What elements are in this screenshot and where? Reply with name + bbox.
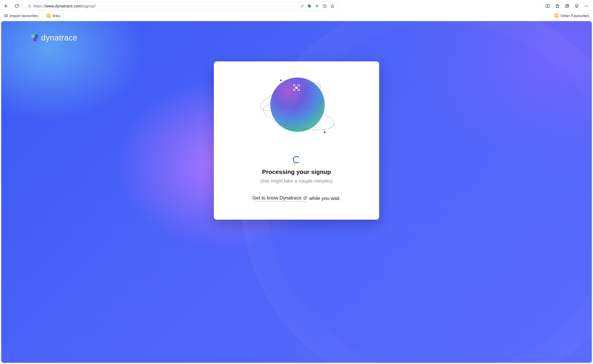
divider <box>542 3 542 9</box>
bookmark-folder-links[interactable]: links <box>45 13 61 19</box>
other-favourites-label: Other Favourites <box>560 14 589 18</box>
brand-name: dynatrace <box>41 33 77 42</box>
svg-marker-5 <box>331 4 334 8</box>
lock-icon <box>28 4 31 8</box>
url-text: https://www.dynatrace.com/signup/ <box>33 4 297 8</box>
svg-point-17 <box>295 87 296 87</box>
external-link-icon <box>303 196 307 200</box>
key-icon[interactable] <box>299 3 305 9</box>
folder-icon <box>47 14 51 18</box>
orbit-dot-icon <box>280 79 282 81</box>
svg-point-20 <box>295 88 296 89</box>
cta-suffix: while you wait. <box>309 195 341 201</box>
read-aloud-icon[interactable] <box>314 3 320 9</box>
split-screen-icon[interactable] <box>544 2 552 10</box>
divider <box>42 13 43 19</box>
back-button[interactable] <box>3 3 10 9</box>
svg-point-13 <box>585 6 586 6</box>
scan-focus-icon <box>293 84 300 92</box>
other-favourites-button[interactable]: Other Favourites <box>553 13 590 19</box>
illustration <box>258 76 335 148</box>
page-content: dynatrace Processing your signup ( <box>1 21 592 363</box>
browser-toolbar: https://www.dynatrace.com/signup/ <box>0 0 593 12</box>
svg-point-21 <box>297 88 298 89</box>
nav-buttons <box>3 3 20 9</box>
brand-mark-icon <box>31 34 38 41</box>
favorites-icon[interactable] <box>553 2 561 10</box>
more-menu-icon[interactable] <box>583 2 590 10</box>
refresh-button[interactable] <box>13 3 20 9</box>
signup-card: Processing your signup (this might take … <box>214 61 379 220</box>
cta-line: Get to know Dynatrace while you wait. <box>252 195 341 202</box>
loading-spinner-icon <box>293 156 300 163</box>
svg-point-18 <box>297 87 298 87</box>
reader-mode-icon[interactable] <box>322 3 327 9</box>
browser-chrome: https://www.dynatrace.com/signup/ <box>0 0 593 21</box>
address-bar[interactable]: https://www.dynatrace.com/signup/ <box>24 2 339 10</box>
svg-point-15 <box>587 6 588 6</box>
toolbar-right-icons <box>542 2 590 10</box>
import-favourites-button[interactable]: Import favourites <box>3 13 40 19</box>
brand-logo[interactable]: dynatrace <box>31 33 77 42</box>
shopping-tag-icon[interactable] <box>306 3 312 9</box>
get-to-know-link[interactable]: Get to know Dynatrace <box>252 195 307 202</box>
folder-icon <box>554 14 559 18</box>
svg-point-14 <box>586 6 587 6</box>
bookmark-folder-label: links <box>53 14 60 18</box>
favorite-star-icon[interactable] <box>330 3 335 9</box>
card-subtext: (this might take a couple minutes) <box>260 178 333 184</box>
collections-icon[interactable] <box>563 2 571 10</box>
svg-rect-1 <box>28 6 31 7</box>
card-heading: Processing your signup <box>262 169 331 175</box>
bookmarks-bar: Import favourites links Other Favourites <box>0 12 593 21</box>
import-favourites-label: Import favourites <box>10 14 38 18</box>
browser-essentials-icon[interactable] <box>573 2 580 10</box>
orbit-dot-icon <box>324 131 326 133</box>
cta-link-text: Get to know Dynatrace <box>252 195 301 201</box>
